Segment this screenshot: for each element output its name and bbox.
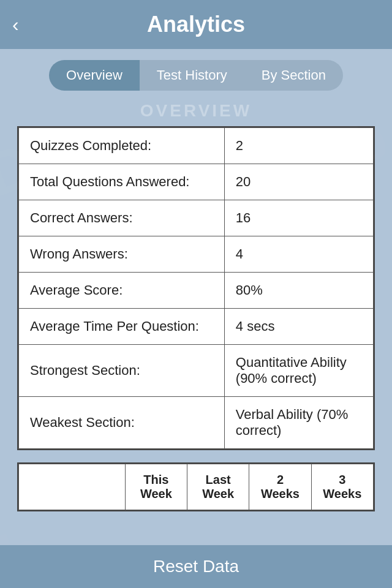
stats-row: Average Score:80%	[19, 273, 374, 309]
stats-label: Strongest Section:	[19, 345, 225, 397]
second-table-header-cell: 3Weeks	[311, 464, 373, 510]
reset-data-button[interactable]: Reset Data	[0, 545, 392, 588]
stats-row: Weakest Section:Verbal Ability (70% corr…	[19, 397, 374, 449]
tab-by-section[interactable]: By Section	[244, 60, 343, 91]
stats-value: 16	[224, 200, 373, 236]
back-button[interactable]: ‹	[12, 15, 19, 34]
stats-value: Quantitative Ability (90% correct)	[224, 345, 373, 397]
tab-bar: Overview Test History By Section	[0, 49, 392, 102]
stats-value: 80%	[224, 273, 373, 309]
stats-label: Total Questions Answered:	[19, 164, 225, 200]
page-title: Analytics	[147, 12, 245, 37]
stats-table: Quizzes Completed:2Total Questions Answe…	[18, 127, 374, 449]
stats-row: Quizzes Completed:2	[19, 128, 374, 164]
stats-label: Average Time Per Question:	[19, 309, 225, 345]
tab-overview[interactable]: Overview	[49, 60, 140, 91]
content-area: D b b D Overview Test History By Section…	[0, 49, 392, 545]
stats-row: Total Questions Answered:20	[19, 164, 374, 200]
second-table-header-cell: LastWeek	[187, 464, 249, 510]
stats-label: Weakest Section:	[19, 397, 225, 449]
stats-label: Average Score:	[19, 273, 225, 309]
stats-value: Verbal Ability (70% correct)	[224, 397, 373, 449]
header: ‹ Analytics	[0, 0, 392, 49]
watermark-area: Overview	[0, 102, 392, 120]
second-table-header-cell: 2Weeks	[249, 464, 311, 510]
second-table: ThisWeekLastWeek2Weeks3Weeks	[18, 464, 374, 510]
stats-value: 2	[224, 128, 373, 164]
stats-value: 4 secs	[224, 309, 373, 345]
stats-row: Wrong Answers:4	[19, 236, 374, 273]
stats-row: Average Time Per Question:4 secs	[19, 309, 374, 345]
stats-value: 4	[224, 236, 373, 273]
stats-table-wrapper: Quizzes Completed:2Total Questions Answe…	[17, 126, 375, 450]
stats-value: 20	[224, 164, 373, 200]
stats-label: Correct Answers:	[19, 200, 225, 236]
stats-row: Correct Answers:16	[19, 200, 374, 236]
tab-test-history[interactable]: Test History	[140, 60, 244, 91]
stats-row: Strongest Section:Quantitative Ability (…	[19, 345, 374, 397]
stats-label: Quizzes Completed:	[19, 128, 225, 164]
second-table-wrapper: ThisWeekLastWeek2Weeks3Weeks	[17, 462, 375, 511]
second-table-header-row: ThisWeekLastWeek2Weeks3Weeks	[19, 464, 374, 510]
second-table-header-cell	[19, 464, 126, 510]
watermark-text: Overview	[140, 101, 252, 121]
stats-label: Wrong Answers:	[19, 236, 225, 273]
second-table-header-cell: ThisWeek	[125, 464, 187, 510]
